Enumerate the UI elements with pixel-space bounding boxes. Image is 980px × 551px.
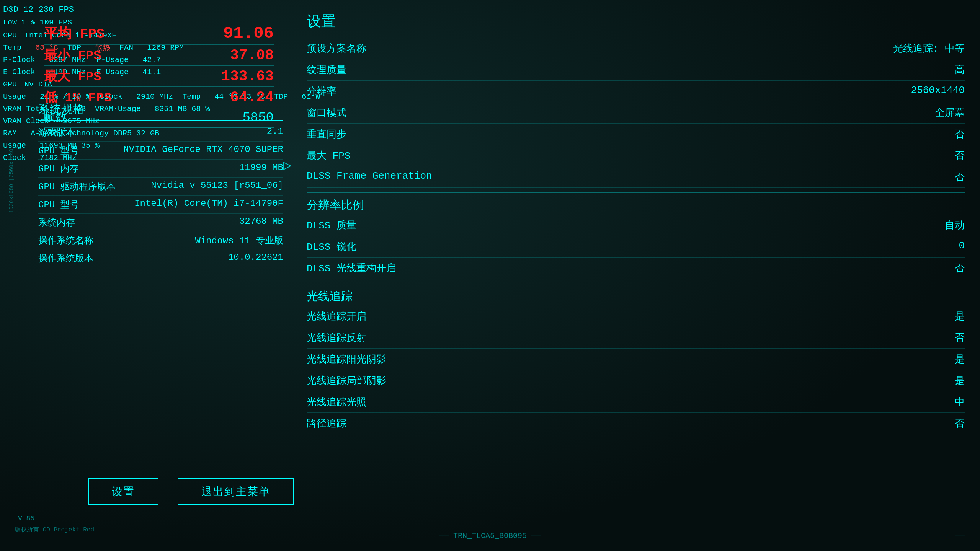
settings-row-value: 否	[955, 170, 965, 184]
cursor-arrow: ▷	[283, 157, 292, 174]
fps-max-label: 最大 FPS	[44, 67, 101, 85]
version-badge: V 85 版权所有 CD Projekt Red	[15, 513, 94, 534]
spec-value: NVIDIA GeForce RTX 4070 SUPER	[123, 144, 283, 156]
settings-row-value: 980x551	[911, 85, 965, 98]
spec-row: 操作系统名称Windows 11 专业版	[38, 231, 283, 249]
settings-row-value: 否	[955, 331, 965, 344]
spec-label: GPU 型号	[38, 144, 79, 156]
settings-row-value: 否	[955, 261, 965, 275]
fps-avg-row: 平均 FPS 91.06	[44, 23, 274, 44]
settings-row-value: 全屏幕	[935, 106, 965, 119]
settings-row: 预设方案名称光线追踪: 中等	[307, 38, 965, 59]
fps-avg-value: 91.06	[223, 24, 274, 43]
settings-row: DLSS 质量自动	[307, 215, 965, 236]
fps-min-value: 37.08	[230, 47, 274, 64]
spec-row: 系统内存32768 MB	[38, 214, 283, 231]
settings-row: 光线追踪反射否	[307, 327, 965, 349]
spec-row: CPU 型号Intel(R) Core(TM) i7-14790F	[38, 196, 283, 214]
resolution-ratio-title: 分辨率比例	[307, 194, 965, 215]
spec-row: 操作系统版本10.0.22621	[38, 249, 283, 267]
spec-row: 游戏版本2.1	[38, 124, 283, 142]
settings-row: DLSS 光线重构开启否	[307, 258, 965, 279]
settings-row-label: 光线追踪光照	[307, 395, 366, 409]
settings-row-value: 否	[955, 149, 965, 162]
fps-max-row: 最大 FPS 133.63	[44, 67, 274, 86]
settings-row: 光线追踪阳光阴影是	[307, 349, 965, 370]
spec-label: GPU 内存	[38, 162, 79, 174]
fps-min-row: 最小 FPS 37.08	[44, 46, 274, 65]
settings-row-value: 中	[955, 395, 965, 409]
settings-row-label: 最大 FPS	[307, 149, 350, 162]
bottom-center-text: —— TRN_TLCA5_B0B095 ——	[439, 531, 541, 540]
settings-row-label: 光线追踪阳光阴影	[307, 352, 386, 366]
spec-label: 操作系统名称	[38, 234, 93, 246]
spec-label: 游戏版本	[38, 126, 75, 139]
settings-row-label: DLSS 光线重构开启	[307, 261, 396, 275]
spec-label: 系统内存	[38, 216, 75, 228]
d3d-line: D3D 12 230 FPS	[3, 3, 320, 16]
settings-row-label: DLSS 质量	[307, 218, 356, 232]
settings-title: 设置	[307, 11, 965, 31]
spec-value: 2.1	[267, 126, 283, 139]
settings-button[interactable]: 设置	[88, 478, 158, 505]
settings-row-label: 路径追踪	[307, 417, 346, 430]
settings-row-label: DLSS Frame Generation	[307, 170, 432, 184]
spec-label: GPU 驱动程序版本	[38, 180, 116, 192]
spec-value: Intel(R) Core(TM) i7-14790F	[134, 198, 283, 210]
spec-value: 32768 MB	[239, 216, 283, 228]
settings-row-label: 光线追踪局部阴影	[307, 374, 386, 387]
buttons-row: 设置 退出到主菜单	[88, 478, 294, 505]
settings-row: 光线追踪光照中	[307, 391, 965, 413]
settings-row-value: 是	[955, 352, 965, 366]
settings-row-value: 0	[959, 240, 965, 253]
settings-row-label: 纹理质量	[307, 63, 346, 77]
spec-label: 操作系统版本	[38, 252, 93, 264]
spec-row: GPU 内存11999 MB	[38, 160, 283, 178]
spec-row: GPU 驱动程序版本Nvidia v 55123 [r551_06]	[38, 178, 283, 196]
settings-row-value: 光线追踪: 中等	[893, 42, 965, 55]
settings-row: 纹理质量高	[307, 59, 965, 81]
settings-row: 路径追踪否	[307, 413, 965, 434]
settings-row-label: DLSS 锐化	[307, 240, 356, 253]
settings-row-value: 是	[955, 310, 965, 323]
settings-rt-rows: 光线追踪开启是光线追踪反射否光线追踪阳光阴影是光线追踪局部阴影是光线追踪光照中路…	[307, 306, 965, 434]
settings-row-label: 光线追踪开启	[307, 310, 366, 323]
settings-main-rows: 预设方案名称光线追踪: 中等纹理质量高分辨率2560x1440窗口模式全屏幕垂直…	[307, 38, 965, 188]
settings-row: 垂直同步否	[307, 124, 965, 145]
fps-avg-label: 平均 FPS	[44, 24, 105, 43]
spec-row: GPU 型号NVIDIA GeForce RTX 4070 SUPER	[38, 142, 283, 160]
version-label: V 85	[15, 513, 38, 524]
settings-row: 分辨率2560x1440	[307, 81, 965, 102]
exit-button[interactable]: 退出到主菜单	[178, 478, 294, 505]
version-text: 版权所有 CD Projekt Red	[15, 526, 94, 534]
settings-panel: 设置 预设方案名称光线追踪: 中等纹理质量高分辨率2560x1440窗口模式全屏…	[291, 11, 965, 434]
specs-section: 系统规格 游戏版本2.1GPU 型号NVIDIA GeForce RTX 407…	[38, 101, 283, 267]
fps-min-label: 最小 FPS	[44, 46, 101, 64]
specs-title: 系统规格	[38, 101, 283, 121]
settings-row: 最大 FPS否	[307, 145, 965, 166]
settings-row-value: 否	[955, 127, 965, 141]
spec-value: 10.0.22621	[228, 252, 283, 264]
settings-row-label: 窗口模式	[307, 106, 346, 119]
bottom-right-text: ——	[956, 531, 965, 540]
settings-ratio-rows: DLSS 质量自动DLSS 锐化0DLSS 光线重构开启否	[307, 215, 965, 279]
spec-value: 11999 MB	[239, 162, 283, 174]
settings-row: 光线追踪局部阴影是	[307, 370, 965, 391]
fps-max-value: 133.63	[221, 68, 274, 85]
specs-rows: 游戏版本2.1GPU 型号NVIDIA GeForce RTX 4070 SUP…	[38, 124, 283, 267]
ray-tracing-title: 光线追踪	[307, 285, 965, 306]
spec-value: Windows 11 专业版	[195, 234, 283, 246]
settings-row-label: 预设方案名称	[307, 42, 366, 55]
settings-row: DLSS 锐化0	[307, 236, 965, 258]
settings-row-value: 否	[955, 417, 965, 430]
settings-row: 窗口模式全屏幕	[307, 102, 965, 124]
settings-row-value: 是	[955, 374, 965, 387]
settings-row: DLSS Frame Generation否	[307, 166, 965, 188]
settings-row-value: 高	[955, 63, 965, 77]
settings-row-label: 分辨率	[307, 85, 336, 98]
settings-row-label: 光线追踪反射	[307, 331, 366, 344]
spec-value: Nvidia v 55123 [r551_06]	[151, 180, 283, 192]
settings-row-label: 垂直同步	[307, 127, 346, 141]
spec-label: CPU 型号	[38, 198, 79, 210]
settings-row-value: 自动	[945, 218, 965, 232]
